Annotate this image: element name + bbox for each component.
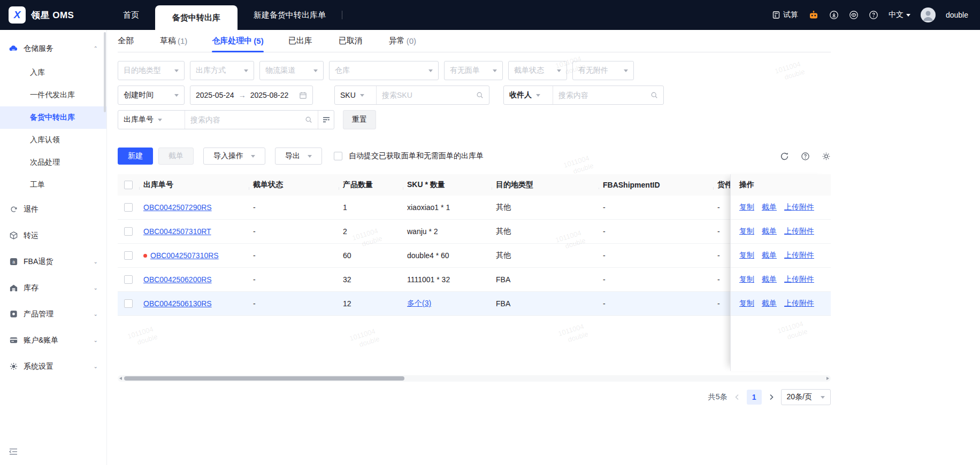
row-checkbox[interactable] bbox=[124, 203, 133, 212]
tab-draft[interactable]: 草稿(1) bbox=[160, 30, 187, 52]
next-page-button[interactable] bbox=[768, 394, 775, 400]
logo[interactable]: X 领星 OMS bbox=[0, 0, 107, 30]
create-button[interactable]: 新建 bbox=[118, 148, 153, 165]
sidebar-item-dropship-outbound[interactable]: 一件代发出库 bbox=[0, 84, 106, 106]
upload-attachment-link[interactable]: 上传附件 bbox=[784, 299, 814, 308]
sidebar-item-defective-handling[interactable]: 次品处理 bbox=[0, 151, 106, 174]
order-no-link[interactable]: OBC0042506200RS bbox=[143, 275, 212, 284]
filter-outbound-method[interactable]: 出库方式 bbox=[190, 61, 254, 80]
select-all-checkbox-cell bbox=[118, 181, 139, 189]
nav-home[interactable]: 首页 bbox=[107, 0, 155, 30]
filter-has-attachment[interactable]: 有无附件 bbox=[572, 61, 634, 80]
sidebar-group-account-billing[interactable]: 账户&账单 ⌄ bbox=[0, 327, 106, 353]
row-checkbox[interactable] bbox=[124, 299, 133, 308]
chevron-down-icon: ⌄ bbox=[94, 311, 98, 317]
column-settings-button[interactable] bbox=[822, 152, 831, 161]
intercept-link[interactable]: 截单 bbox=[762, 203, 777, 212]
order-no-link[interactable]: OBC0042507290RS bbox=[143, 203, 212, 212]
sidebar-group-warehouse-service[interactable]: 仓储服务 ⌃ bbox=[0, 35, 106, 61]
trial-calc-button[interactable]: 试算 bbox=[772, 10, 798, 20]
page-size-select[interactable]: 20条/页 bbox=[781, 389, 831, 405]
table-row: OBC0042506200RS - 32 1111001 * 32 FBA - … bbox=[118, 268, 831, 292]
order-no-link[interactable]: OBC0042507310RS bbox=[150, 251, 219, 260]
tab-warehouse-processing[interactable]: 仓库处理中(5) bbox=[212, 30, 263, 52]
page-number[interactable]: 1 bbox=[747, 390, 762, 405]
intercept-link[interactable]: 截单 bbox=[762, 275, 777, 284]
filter-intercept-status[interactable]: 截单状态 bbox=[508, 61, 567, 80]
sidebar-item-stock-transfer-outbound[interactable]: 备货中转出库 bbox=[0, 106, 106, 129]
order-search-input[interactable] bbox=[190, 115, 301, 124]
order-no-link[interactable]: OBC0042507310RT bbox=[143, 227, 211, 236]
visibility-button[interactable] bbox=[849, 10, 859, 20]
filter-has-label[interactable]: 有无面单 bbox=[444, 61, 503, 80]
horizontal-scrollbar[interactable] bbox=[118, 375, 831, 382]
upload-attachment-link[interactable]: 上传附件 bbox=[784, 203, 814, 212]
filter-destination-type[interactable]: 目的地类型 bbox=[118, 61, 185, 80]
row-checkbox[interactable] bbox=[124, 227, 133, 236]
multi-sku-link[interactable]: 多个(3) bbox=[407, 299, 431, 307]
sidebar-item-work-order[interactable]: 工单 bbox=[0, 174, 106, 196]
sidebar-scrollbar[interactable] bbox=[104, 32, 106, 112]
sidebar-group-system-settings[interactable]: 系统设置 ⌄ bbox=[0, 353, 106, 379]
select-all-checkbox[interactable] bbox=[124, 181, 133, 189]
nav-new-order[interactable]: 新建备货中转出库单 bbox=[238, 0, 342, 30]
export-dropdown-button[interactable]: 导出 bbox=[275, 148, 322, 165]
reset-button[interactable]: 重置 bbox=[343, 110, 376, 129]
intercept-link[interactable]: 截单 bbox=[762, 251, 777, 260]
advanced-filter-button[interactable] bbox=[318, 111, 334, 129]
order-field-select[interactable]: 出库单号 bbox=[118, 111, 185, 129]
tab-cancelled[interactable]: 已取消 bbox=[339, 30, 364, 52]
upload-attachment-link[interactable]: 上传附件 bbox=[784, 275, 814, 284]
scroll-right-arrow[interactable] bbox=[826, 377, 829, 380]
sku-search-input[interactable] bbox=[382, 91, 472, 99]
copy-link[interactable]: 复制 bbox=[739, 299, 754, 308]
scrollbar-thumb[interactable] bbox=[124, 376, 404, 381]
order-no-link[interactable]: OBC0042506130RS bbox=[143, 299, 212, 308]
robot-assistant-button[interactable] bbox=[808, 10, 819, 20]
nav-tab-active[interactable]: 备货中转出库 bbox=[155, 5, 238, 30]
tab-shipped[interactable]: 已出库 bbox=[288, 30, 314, 52]
receiver-search-input[interactable] bbox=[558, 91, 646, 99]
copy-link[interactable]: 复制 bbox=[739, 251, 754, 260]
sidebar-group-returns[interactable]: 退件 bbox=[0, 196, 106, 222]
upload-attachment-link[interactable]: 上传附件 bbox=[784, 227, 814, 236]
auto-submit-checkbox[interactable] bbox=[334, 152, 342, 160]
intercept-button[interactable]: 截单 bbox=[158, 148, 194, 165]
download-button[interactable] bbox=[829, 10, 839, 20]
date-range-picker[interactable]: 2025-05-24 → 2025-08-22 bbox=[190, 86, 313, 105]
intercept-link[interactable]: 截单 bbox=[762, 227, 777, 236]
upload-attachment-link[interactable]: 上传附件 bbox=[784, 251, 814, 260]
sidebar-group-transship[interactable]: 转运 bbox=[0, 222, 106, 249]
date-end: 2025-08-22 bbox=[250, 91, 289, 99]
filter-date-type-select[interactable]: 创建时间 bbox=[118, 86, 185, 105]
sidebar-collapse-button[interactable] bbox=[9, 447, 18, 458]
help-button[interactable] bbox=[869, 10, 878, 20]
sku-field-select[interactable]: SKU bbox=[335, 86, 377, 104]
row-checkbox[interactable] bbox=[124, 275, 133, 284]
sidebar-item-inbound-claim[interactable]: 入库认领 bbox=[0, 129, 106, 151]
receiver-field-select[interactable]: 收件人 bbox=[504, 86, 553, 104]
sidebar-group-fba-returns[interactable]: a FBA退货 ⌄ bbox=[0, 249, 106, 275]
tab-abnormal[interactable]: 异常(0) bbox=[389, 30, 416, 52]
sidebar-group-inventory[interactable]: 库存 ⌄ bbox=[0, 275, 106, 301]
sidebar-item-inbound[interactable]: 入库 bbox=[0, 61, 106, 84]
import-dropdown-button[interactable]: 导入操作 bbox=[203, 148, 265, 165]
filter-logistics-channel[interactable]: 物流渠道 bbox=[259, 61, 324, 80]
sidebar-group-product-mgmt[interactable]: 产品管理 ⌄ bbox=[0, 301, 106, 327]
avatar[interactable] bbox=[921, 7, 936, 22]
refresh-button[interactable] bbox=[780, 152, 789, 161]
filter-warehouse[interactable]: 仓库 bbox=[329, 61, 439, 80]
chevron-down-icon bbox=[158, 119, 162, 121]
language-switcher[interactable]: 中文 bbox=[889, 10, 910, 20]
table-row: OBC0042507310RS - 60 double4 * 60 其他 - - bbox=[118, 244, 831, 268]
prev-page-button[interactable] bbox=[734, 394, 740, 400]
copy-link[interactable]: 复制 bbox=[739, 275, 754, 284]
copy-link[interactable]: 复制 bbox=[739, 227, 754, 236]
help-button[interactable] bbox=[801, 152, 810, 161]
row-checkbox[interactable] bbox=[124, 251, 133, 260]
chevron-down-icon bbox=[308, 155, 312, 158]
copy-link[interactable]: 复制 bbox=[739, 203, 754, 212]
intercept-link[interactable]: 截单 bbox=[762, 299, 777, 308]
tab-all[interactable]: 全部 bbox=[118, 30, 135, 52]
scroll-left-arrow[interactable] bbox=[119, 377, 122, 380]
